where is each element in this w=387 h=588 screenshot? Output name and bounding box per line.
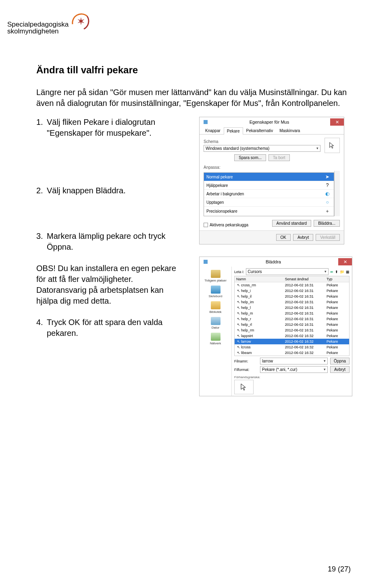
screenshot-mouse-properties: Egenskaper för Mus ✕ Knappar Pekare Peka… bbox=[199, 117, 344, 244]
filetype-label: Filformat: bbox=[234, 368, 258, 372]
file-row[interactable]: ↖cross_rm2012-06-02 16:31Pekare bbox=[235, 282, 349, 288]
file-row[interactable]: ↖help_r2012-06-02 16:31Pekare bbox=[235, 316, 349, 322]
up-icon[interactable]: ⬆ bbox=[335, 270, 338, 274]
window-sysicon bbox=[203, 119, 208, 125]
file-row[interactable]: ↖help_rm2012-06-02 16:31Pekare bbox=[235, 327, 349, 333]
cursor-file-icon: ↖ bbox=[236, 351, 241, 355]
views-icon[interactable]: ▦ bbox=[346, 270, 350, 274]
recent-icon bbox=[211, 270, 221, 278]
cursor-file-icon: ↖ bbox=[236, 340, 241, 344]
svg-text:✶: ✶ bbox=[77, 16, 85, 27]
schema-label: Schema bbox=[204, 139, 320, 144]
close-button[interactable]: ✕ bbox=[338, 258, 352, 265]
cursor-file-icon: ↖ bbox=[236, 306, 241, 310]
list-item[interactable]: Arbetar i bakgrunden◐ bbox=[204, 190, 334, 198]
intro-paragraph: Längre ner på sidan "Gör musen mer lätta… bbox=[36, 87, 351, 109]
file-row[interactable]: ↖help_rl2012-06-02 16:31Pekare bbox=[235, 322, 349, 327]
file-row[interactable]: ↖lcross2012-06-02 16:32Pekare bbox=[235, 344, 349, 350]
list-item[interactable]: Normal pekare➤ bbox=[204, 173, 334, 181]
page-number: 19 (27) bbox=[328, 565, 351, 574]
col-name[interactable]: Namn bbox=[235, 276, 283, 282]
page-title: Ändra till valfri pekare bbox=[36, 64, 351, 76]
lookin-select[interactable]: Cursors bbox=[246, 268, 329, 275]
file-row[interactable]: ↖help_il2012-06-02 16:31Pekare bbox=[235, 294, 349, 299]
file-row[interactable]: ↖larrow2012-06-02 16:32Pekare bbox=[235, 339, 349, 344]
preview-label: Förhandsgranska: bbox=[234, 375, 350, 379]
scrollbar[interactable] bbox=[334, 171, 340, 216]
svg-rect-2 bbox=[204, 260, 208, 264]
filename-input[interactable]: larrow bbox=[260, 358, 328, 364]
brand-logo: Specialpedagogiska skolmyndigheten ✶ bbox=[7, 9, 92, 35]
list-item[interactable]: Upptagen○ bbox=[204, 198, 334, 207]
use-default-button[interactable]: Använd standard bbox=[272, 220, 312, 227]
shadow-label: Aktivera pekarskugga bbox=[210, 223, 248, 227]
file-row[interactable]: ↖libeam2012-06-02 16:32Pekare bbox=[235, 350, 349, 356]
places-desktop[interactable]: Skrivbord bbox=[200, 284, 231, 300]
window-title: Egenskaper för Mus bbox=[208, 120, 330, 124]
cancel-button[interactable]: Avbryt bbox=[293, 234, 313, 241]
places-recent[interactable]: Tidigare platser bbox=[200, 268, 231, 284]
window-title: Bläddra bbox=[208, 259, 338, 264]
open-button[interactable]: Öppna bbox=[330, 358, 350, 364]
busy-cursor-icon: ○ bbox=[323, 199, 331, 205]
brand-mark-icon: ✶ bbox=[68, 9, 92, 33]
places-library[interactable]: Bibliotek bbox=[200, 300, 231, 315]
tab-pekaralternativ[interactable]: Pekaralternativ bbox=[243, 127, 277, 134]
svg-rect-1 bbox=[204, 120, 208, 124]
tab-maskinvara[interactable]: Maskinvara bbox=[276, 127, 303, 134]
preview-box bbox=[234, 380, 254, 394]
cancel-button[interactable]: Avbryt bbox=[330, 366, 350, 373]
tab-pekare[interactable]: Pekare bbox=[224, 127, 243, 135]
places-network[interactable]: Nätverk bbox=[200, 331, 231, 347]
file-row[interactable]: ↖help_i2012-06-02 16:31Pekare bbox=[235, 288, 349, 294]
tab-strip: Knappar Pekare Pekaralternativ Maskinvar… bbox=[200, 127, 344, 135]
close-button[interactable]: ✕ bbox=[330, 118, 344, 126]
brand-line2: skolmyndigheten bbox=[7, 28, 69, 35]
file-row[interactable]: ↖help_m2012-06-02 16:31Pekare bbox=[235, 311, 349, 316]
delete-button[interactable]: Ta bort bbox=[268, 154, 290, 161]
pointer-list[interactable]: Normal pekare➤ Hjälppekare? Arbetar i ba… bbox=[204, 172, 334, 216]
file-row[interactable]: ↖help_im2012-06-02 16:31Pekare bbox=[235, 299, 349, 305]
computer-icon bbox=[211, 317, 221, 325]
browse-button[interactable]: Bläddra... bbox=[314, 220, 340, 227]
apply-button[interactable]: Verkställ bbox=[316, 234, 340, 241]
step-1: 1.Välj fliken Pekare i dialogrutan "Egen… bbox=[36, 117, 185, 139]
network-icon bbox=[211, 333, 221, 341]
file-list[interactable]: Namn Senast ändrad Typ ↖cross_rm2012-06-… bbox=[234, 276, 350, 356]
schema-select[interactable]: Windows standard (systemschema) bbox=[204, 145, 320, 152]
col-type[interactable]: Typ bbox=[325, 276, 349, 282]
step-4: 4.Tryck OK för att spara den valda pekar… bbox=[36, 317, 185, 339]
tab-knappar[interactable]: Knappar bbox=[202, 127, 224, 134]
list-item[interactable]: Hjälppekare? bbox=[204, 181, 334, 190]
working-cursor-icon: ◐ bbox=[323, 191, 331, 197]
list-item[interactable]: Precisionspekare＋ bbox=[204, 207, 334, 216]
cursor-file-icon: ↖ bbox=[236, 323, 241, 327]
cursor-preview bbox=[325, 138, 340, 153]
screenshot-browse-dialog: Bläddra ✕ Tidigare platser Skrivbord Bib… bbox=[199, 257, 352, 396]
cursor-file-icon: ↖ bbox=[236, 328, 241, 332]
cursor-file-icon: ↖ bbox=[236, 283, 241, 287]
shadow-checkbox[interactable] bbox=[204, 223, 208, 227]
cursor-file-icon: ↖ bbox=[236, 294, 241, 298]
anpassa-label: Anpassa: bbox=[204, 165, 340, 170]
cursor-file-icon: ↖ bbox=[236, 345, 241, 349]
cursor-file-icon: ↖ bbox=[236, 317, 241, 321]
col-date[interactable]: Senast ändrad bbox=[283, 276, 325, 282]
newfolder-icon[interactable]: 📁 bbox=[340, 270, 344, 274]
cursor-file-icon: ↖ bbox=[236, 300, 241, 304]
lookin-label: Leta i: bbox=[234, 270, 244, 274]
filetype-select[interactable]: Pekare (*.ani, *.cur) bbox=[260, 366, 328, 373]
step-2: 2.Välj knappen Bläddra. bbox=[36, 185, 185, 196]
filename-label: Filnamn: bbox=[234, 359, 258, 363]
cursor-file-icon: ↖ bbox=[236, 334, 241, 338]
library-icon bbox=[211, 301, 221, 309]
precision-cursor-icon: ＋ bbox=[323, 208, 331, 215]
ok-button[interactable]: OK bbox=[276, 234, 291, 241]
window-sysicon bbox=[203, 259, 208, 265]
file-row[interactable]: ↖lappstrt2012-06-02 16:32Pekare bbox=[235, 333, 349, 339]
save-as-button[interactable]: Spara som... bbox=[234, 154, 266, 161]
back-icon[interactable]: ⬅ bbox=[330, 270, 333, 274]
file-row[interactable]: ↖help_l2012-06-02 16:31Pekare bbox=[235, 305, 349, 311]
desktop-icon bbox=[211, 286, 221, 294]
places-computer[interactable]: Dator bbox=[200, 315, 231, 331]
